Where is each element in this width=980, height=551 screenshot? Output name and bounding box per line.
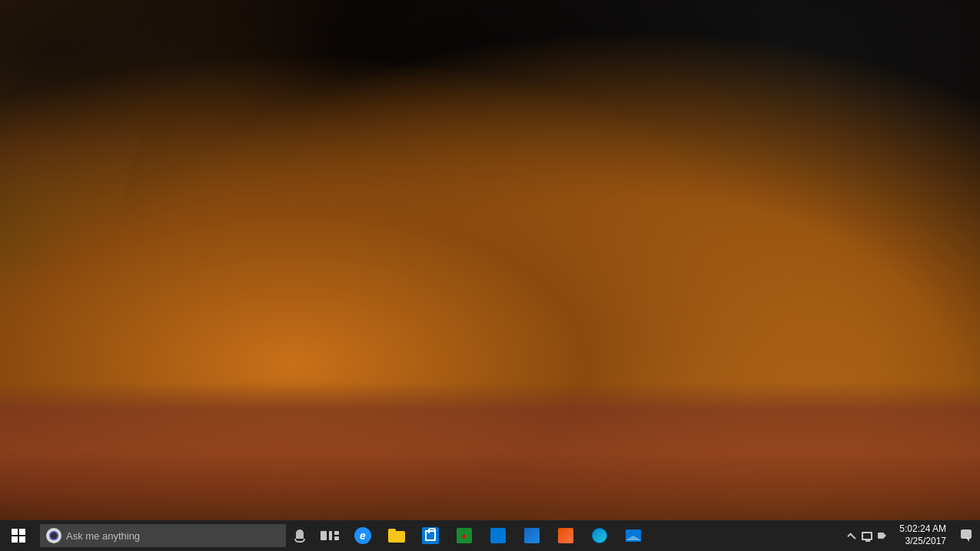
app2-icon (490, 528, 506, 543)
search-input-text: Ask me anything (66, 530, 140, 542)
app4-icon-bg (558, 528, 573, 543)
solitaire-icon-bg: ♠ (457, 528, 472, 543)
app3-icon-bg (524, 528, 540, 543)
folder-icon (388, 529, 405, 543)
clock-area[interactable]: 5:02:24 AM 3/25/2017 (893, 520, 952, 551)
taskbar-app-store[interactable] (414, 520, 447, 551)
globe-icon (592, 528, 607, 543)
task-rect-2 (329, 531, 332, 540)
speaker-icon (878, 532, 887, 539)
mic-stand (294, 539, 305, 543)
mail-icon (626, 528, 641, 543)
globe-icon-bg (592, 528, 607, 543)
start-button[interactable] (0, 520, 37, 551)
taskbar-app-4[interactable] (549, 520, 583, 551)
logo-sq4 (19, 536, 25, 543)
task-rects-right (334, 531, 339, 540)
action-center-button[interactable] (952, 520, 980, 551)
speaker-cone (882, 532, 886, 539)
store-icon (422, 527, 439, 544)
notif-bubble (961, 529, 972, 539)
taskbar-app-3[interactable] (515, 520, 549, 551)
store-bag-shape (425, 530, 436, 541)
windows-logo-icon (12, 529, 25, 543)
monitor-icon (862, 532, 872, 540)
clock-time: 5:02:24 AM (899, 523, 946, 536)
task-rect-1 (321, 531, 327, 540)
display-settings-button[interactable] (861, 529, 873, 542)
logo-sq1 (12, 529, 18, 535)
task-view-icon (321, 531, 339, 540)
desktop (0, 0, 980, 520)
solitaire-icon: ♠ (457, 528, 472, 543)
taskbar-app-solitaire[interactable]: ♠ (447, 520, 481, 551)
taskbar-right-area: 5:02:24 AM 3/25/2017 (841, 520, 980, 551)
mic-body (296, 529, 304, 539)
taskbar-app-2[interactable] (481, 520, 515, 551)
app2-icon-bg (490, 528, 506, 543)
cortana-inner-circle (49, 531, 58, 540)
logo-sq3 (12, 536, 18, 543)
app4-icon (558, 528, 573, 543)
chevron-up-icon (848, 533, 856, 541)
taskbar-app-edge[interactable]: e (346, 520, 380, 551)
edge-icon: e (354, 527, 371, 544)
folder-body (388, 531, 405, 543)
mail-icon-bg (626, 529, 641, 542)
taskbar-app-file-explorer[interactable] (380, 520, 414, 551)
wallpaper-floor (0, 382, 980, 520)
task-view-button[interactable] (314, 520, 346, 551)
edge-e-letter: e (354, 527, 371, 544)
cortana-icon (46, 528, 61, 543)
task-rect-3 (334, 531, 339, 535)
app3-icon (524, 528, 540, 543)
task-rect-4 (334, 536, 339, 540)
system-tray (841, 529, 893, 542)
mic-button[interactable] (286, 520, 314, 551)
show-hidden-icons-button[interactable] (845, 529, 858, 542)
volume-button[interactable] (876, 529, 889, 542)
taskbar: Ask me anything e (0, 520, 980, 551)
clock-date: 3/25/2017 (905, 536, 946, 548)
logo-sq2 (19, 529, 25, 535)
microphone-icon (296, 529, 304, 542)
taskbar-app-globe[interactable] (583, 520, 616, 551)
notification-icon (960, 529, 972, 542)
search-bar[interactable]: Ask me anything (40, 524, 286, 547)
taskbar-app-mail[interactable] (616, 520, 650, 551)
